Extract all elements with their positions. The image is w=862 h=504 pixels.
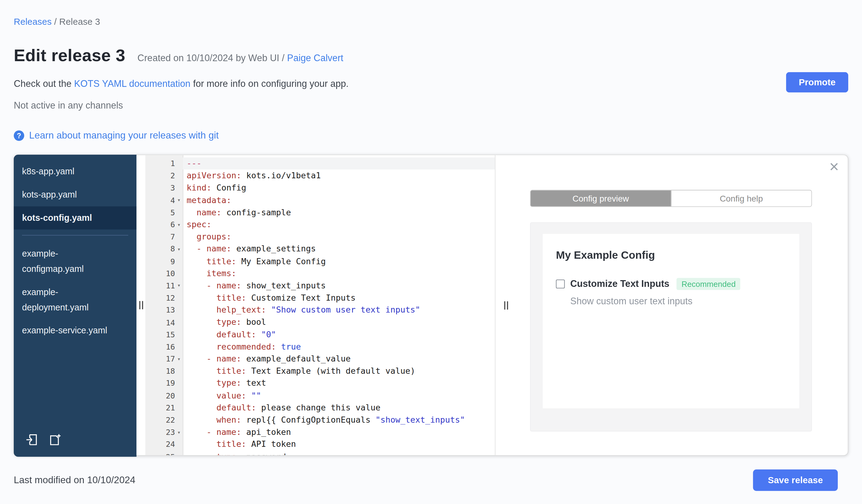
line-number: 23▾ — [145, 426, 183, 438]
fold-arrow-icon[interactable]: ▾ — [175, 246, 183, 252]
kots-yaml-docs-link[interactable]: KOTS YAML documentation — [74, 79, 190, 89]
close-icon[interactable]: × — [829, 158, 839, 175]
code-line[interactable]: 11▾ - name: show_text_inputs — [145, 279, 495, 292]
code-line[interactable]: 16 recommended: true — [145, 341, 495, 353]
save-release-button[interactable]: Save release — [753, 469, 838, 491]
git-releases-link[interactable]: Learn about managing your releases with … — [29, 130, 219, 142]
docs-suffix: for more info on configuring your app. — [193, 79, 349, 89]
code-text: title: My Example Config — [183, 255, 326, 267]
code-text: title: API token — [183, 438, 296, 450]
code-text: value: "" — [183, 389, 261, 401]
file-actions — [14, 426, 136, 457]
yaml-code-editor[interactable]: 1---2apiVersion: kots.io/v1beta13kind: C… — [145, 155, 495, 455]
code-line[interactable]: 9 title: My Example Config — [145, 255, 495, 267]
file-item-kots-app.yaml[interactable]: kots-app.yaml — [14, 183, 136, 207]
code-line[interactable]: 19 type: text — [145, 377, 495, 389]
file-item-k8s-app.yaml[interactable]: k8s-app.yaml — [14, 160, 136, 184]
code-line[interactable]: 24 title: API token — [145, 438, 495, 450]
line-number: 19 — [145, 377, 183, 389]
file-item-kots-config.yaml[interactable]: kots-config.yaml — [14, 207, 136, 230]
preview-tabs: Config previewConfig help — [530, 190, 812, 207]
code-text: default: please change this value — [183, 401, 380, 414]
customize-text-inputs-checkbox[interactable] — [556, 279, 565, 288]
code-text: name: config-sample — [183, 206, 291, 218]
breadcrumb-releases-link[interactable]: Releases — [14, 16, 52, 26]
help-question-icon[interactable]: ? — [14, 130, 24, 141]
fold-arrow-icon[interactable]: ▾ — [175, 222, 183, 227]
config-group-title: My Example Config — [556, 249, 786, 261]
line-number: 17▾ — [145, 353, 183, 365]
tab-config-help[interactable]: Config help — [671, 190, 811, 207]
code-line[interactable]: 20 value: "" — [145, 389, 495, 401]
code-line[interactable]: 3kind: Config — [145, 182, 495, 194]
page-title: Edit release 3 — [14, 45, 126, 65]
edit-release-page: Releases / Release 3 Edit release 3 Crea… — [0, 0, 862, 504]
config-item-label[interactable]: Customize Text Inputs — [570, 279, 669, 290]
line-number: 21 — [145, 401, 183, 414]
code-text: title: Text Example (with default value) — [183, 365, 415, 377]
code-line[interactable]: 25 type: password — [145, 450, 495, 455]
line-number: 10 — [145, 267, 183, 279]
line-number: 8▾ — [145, 243, 183, 255]
fold-arrow-icon[interactable]: ▾ — [175, 356, 183, 362]
code-line[interactable]: 15 default: "0" — [145, 329, 495, 341]
fold-arrow-icon[interactable]: ▾ — [175, 429, 183, 435]
code-line[interactable]: 7 groups: — [145, 230, 495, 243]
promote-button[interactable]: Promote — [786, 72, 848, 93]
new-file-icon[interactable] — [48, 433, 62, 449]
line-number: 13 — [145, 304, 183, 316]
line-number: 9 — [145, 255, 183, 267]
author-link[interactable]: Paige Calvert — [287, 53, 343, 63]
tab-config-preview[interactable]: Config preview — [531, 190, 671, 207]
code-text: spec: — [183, 218, 211, 230]
line-number: 24 — [145, 438, 183, 450]
code-line[interactable]: 6▾spec: — [145, 218, 495, 230]
recommended-badge: Recommended — [677, 278, 741, 290]
line-number: 6▾ — [145, 218, 183, 230]
code-line[interactable]: 22 when: repl{{ ConfigOptionEquals "show… — [145, 414, 495, 426]
file-item-example-deployment.yaml[interactable]: example-deployment.yaml — [14, 281, 136, 319]
breadcrumb-current: Release 3 — [59, 16, 100, 26]
code-text: - name: api_token — [183, 426, 291, 438]
code-line[interactable]: 10 items: — [145, 267, 495, 279]
code-text: default: "0" — [183, 329, 276, 341]
drag-handle-icon — [139, 301, 143, 309]
channel-status: Not active in any channels — [14, 100, 848, 111]
upload-file-icon[interactable] — [25, 433, 39, 449]
code-line[interactable]: 18 title: Text Example (with default val… — [145, 365, 495, 377]
drag-handle-icon[interactable] — [504, 301, 508, 309]
code-text: kind: Config — [183, 182, 246, 194]
code-line[interactable]: 1--- — [145, 158, 495, 170]
code-line[interactable]: 21 default: please change this value — [145, 401, 495, 414]
code-line[interactable]: 17▾ - name: example_default_value — [145, 353, 495, 365]
code-line[interactable]: 13 help_text: "Show custom user text inp… — [145, 304, 495, 316]
code-line[interactable]: 14 type: bool — [145, 316, 495, 329]
code-line[interactable]: 12 title: Customize Text Inputs — [145, 292, 495, 304]
code-line[interactable]: 4▾metadata: — [145, 194, 495, 206]
line-number: 2 — [145, 170, 183, 182]
release-editor-workspace: k8s-app.yamlkots-app.yamlkots-config.yam… — [14, 155, 848, 456]
code-text: type: text — [183, 377, 266, 389]
fold-arrow-icon[interactable]: ▾ — [175, 282, 183, 289]
preview-body: My Example Config Customize Text Inputs … — [530, 222, 812, 432]
docs-line: Check out the KOTS YAML documentation fo… — [14, 79, 848, 90]
fold-arrow-icon[interactable]: ▾ — [175, 197, 183, 203]
last-modified-text: Last modified on 10/10/2024 — [14, 474, 135, 486]
code-line[interactable]: 2apiVersion: kots.io/v1beta1 — [145, 170, 495, 182]
line-number: 25 — [145, 450, 183, 455]
file-item-example-service.yaml[interactable]: example-service.yaml — [14, 319, 136, 343]
file-item-example-configmap.yaml[interactable]: example-configmap.yaml — [14, 242, 136, 281]
title-row: Edit release 3 Created on 10/10/2024 by … — [14, 45, 848, 65]
code-line[interactable]: 5 name: config-sample — [145, 206, 495, 218]
file-sidebar: k8s-app.yamlkots-app.yamlkots-config.yam… — [14, 155, 136, 457]
code-text: items: — [183, 267, 236, 279]
code-line[interactable]: 23▾ - name: api_token — [145, 426, 495, 438]
config-item-help-text: Show custom user text inputs — [570, 296, 786, 307]
code-text: apiVersion: kots.io/v1beta1 — [183, 170, 321, 182]
line-number: 5 — [145, 206, 183, 218]
created-text: Created on 10/10/2024 by Web UI / — [138, 53, 285, 63]
code-text: - name: show_text_inputs — [183, 279, 326, 292]
sidebar-editor-splitter[interactable] — [136, 155, 145, 455]
line-number: 14 — [145, 316, 183, 329]
code-line[interactable]: 8▾ - name: example_settings — [145, 243, 495, 255]
